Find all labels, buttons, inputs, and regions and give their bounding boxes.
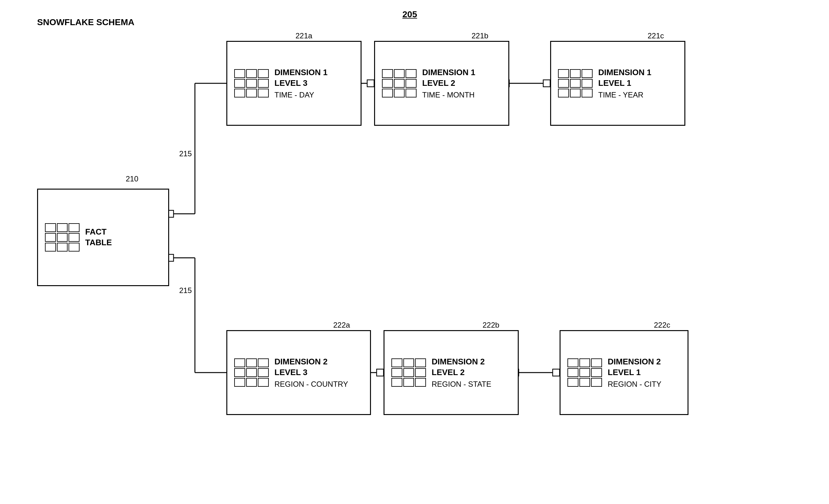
ref-221c: 221c: [648, 31, 664, 40]
dim2-level3-labels: DIMENSION 2 LEVEL 3 REGION - COUNTRY: [275, 357, 348, 389]
dim1-level3-labels: DIMENSION 1 LEVEL 3 TIME - DAY: [275, 67, 328, 99]
dim2-level2-labels: DIMENSION 2 LEVEL 2 REGION - STATE: [432, 357, 491, 389]
dim2-level3-box: DIMENSION 2 LEVEL 3 REGION - COUNTRY: [226, 330, 371, 415]
dim2-level3-grid: [234, 358, 269, 387]
dim2-level1-title2: LEVEL 1: [608, 367, 641, 378]
dim1-level2-title2: LEVEL 2: [422, 78, 455, 89]
svg-rect-11: [367, 80, 374, 87]
ref-215b: 215: [179, 286, 192, 295]
fact-table-grid-icon: [45, 223, 79, 252]
dim2-level1-grid: [568, 358, 602, 387]
ref-222c: 222c: [654, 321, 670, 329]
dim1-level3-subtitle: TIME - DAY: [275, 91, 314, 99]
dim2-level1-box: DIMENSION 2 LEVEL 1 REGION - CITY: [560, 330, 688, 415]
dim2-level1-title1: DIMENSION 2: [608, 357, 661, 367]
dim1-level1-title1: DIMENSION 1: [598, 67, 651, 78]
fact-table-box: FACT TABLE: [37, 189, 169, 286]
ref-215a: 215: [179, 149, 192, 158]
dim1-level2-grid: [382, 69, 417, 98]
dim2-level2-title2: LEVEL 2: [432, 367, 465, 378]
dim1-level3-title2: LEVEL 3: [275, 78, 308, 89]
ref-221a: 221a: [295, 31, 312, 40]
dim1-level2-box: DIMENSION 1 LEVEL 2 TIME - MONTH: [374, 41, 509, 126]
dim2-level2-grid: [391, 358, 426, 387]
dim1-level1-labels: DIMENSION 1 LEVEL 1 TIME - YEAR: [598, 67, 651, 99]
dim1-level1-title2: LEVEL 1: [598, 78, 631, 89]
dim2-level2-title1: DIMENSION 2: [432, 357, 485, 367]
fact-table-title-line1: FACT: [85, 227, 107, 238]
dim2-level3-subtitle: REGION - COUNTRY: [275, 380, 348, 389]
dim2-level1-subtitle: REGION - CITY: [608, 380, 661, 389]
dim1-level3-grid: [234, 69, 269, 98]
dim1-level3-title1: DIMENSION 1: [275, 67, 328, 78]
diagram-number: 205: [402, 9, 417, 20]
dim2-level2-box: DIMENSION 2 LEVEL 2 REGION - STATE: [384, 330, 519, 415]
ref-221b: 221b: [472, 31, 488, 40]
fact-table-title-line2: TABLE: [85, 238, 112, 248]
dim2-level3-title1: DIMENSION 2: [275, 357, 328, 367]
dim1-level2-title1: DIMENSION 1: [422, 67, 475, 78]
dim1-level1-grid: [558, 69, 592, 98]
schema-title: SNOWFLAKE SCHEMA: [37, 17, 135, 27]
ref-210: 210: [126, 175, 138, 183]
svg-rect-17: [376, 369, 384, 376]
dim2-level3-title2: LEVEL 3: [275, 367, 308, 378]
dim1-level2-labels: DIMENSION 1 LEVEL 2 TIME - MONTH: [422, 67, 475, 99]
ref-222b: 222b: [482, 321, 499, 329]
svg-rect-13: [543, 80, 550, 87]
fact-table-labels: FACT TABLE: [85, 227, 112, 248]
dim1-level2-subtitle: TIME - MONTH: [422, 91, 475, 99]
ref-222a: 222a: [333, 321, 350, 329]
dim1-level3-box: DIMENSION 1 LEVEL 3 TIME - DAY: [226, 41, 362, 126]
dim1-level1-box: DIMENSION 1 LEVEL 1 TIME - YEAR: [550, 41, 685, 126]
svg-rect-19: [553, 369, 560, 376]
dim1-level1-subtitle: TIME - YEAR: [598, 91, 644, 99]
dim2-level1-labels: DIMENSION 2 LEVEL 1 REGION - CITY: [608, 357, 661, 389]
dim2-level2-subtitle: REGION - STATE: [432, 380, 491, 389]
